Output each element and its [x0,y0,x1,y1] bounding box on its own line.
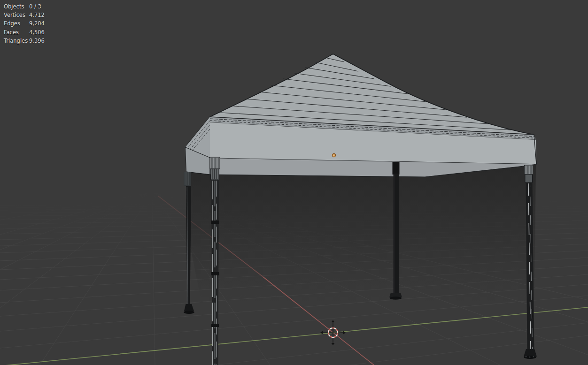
viewport-canvas[interactable] [0,0,588,365]
stat-vertices: Vertices4,712 [4,11,45,19]
stat-label: Triangles [4,37,29,45]
stat-value: 0 / 3 [29,2,41,11]
stat-triangles: Triangles9,396 [4,37,45,45]
stat-edges: Edges9,204 [4,19,45,28]
stat-label: Vertices [4,11,29,19]
viewport-stats-overlay: Objects0 / 3 Vertices4,712 Edges9,204 Fa… [4,2,45,45]
stat-objects: Objects0 / 3 [4,2,45,11]
stat-value: 4,506 [29,28,45,37]
object-origin-icon[interactable] [332,153,335,157]
stat-value: 9,204 [29,19,45,28]
stat-value: 4,712 [29,11,45,19]
stat-faces: Faces4,506 [4,28,45,37]
stat-label: Objects [4,2,29,11]
stat-label: Faces [4,28,29,37]
stat-value: 9,396 [29,37,45,45]
blender-3d-viewport[interactable]: Objects0 / 3 Vertices4,712 Edges9,204 Fa… [0,0,588,365]
stat-label: Edges [4,19,29,28]
